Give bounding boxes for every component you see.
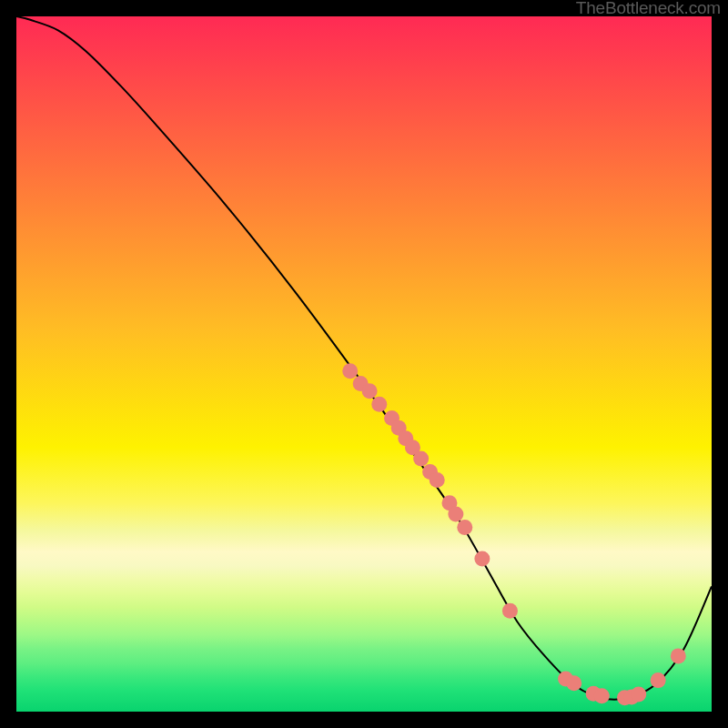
data-marker: [502, 603, 518, 619]
chart-svg: [16, 16, 712, 712]
attribution-label: TheBottleneck.com: [576, 0, 721, 18]
data-marker: [631, 686, 646, 702]
data-marker: [413, 450, 429, 466]
gradient-background: [16, 16, 712, 712]
data-marker: [474, 551, 490, 566]
data-marker: [671, 648, 686, 663]
data-marker: [448, 507, 463, 522]
data-marker: [566, 675, 581, 691]
data-marker: [594, 688, 610, 703]
data-marker: [457, 520, 472, 535]
data-marker: [371, 397, 387, 412]
chart-frame: TheBottleneck.com: [0, 0, 728, 728]
data-marker: [430, 472, 445, 488]
data-marker: [362, 383, 378, 399]
data-marker: [651, 672, 666, 688]
plot-area: [16, 16, 712, 712]
data-marker: [342, 363, 358, 379]
